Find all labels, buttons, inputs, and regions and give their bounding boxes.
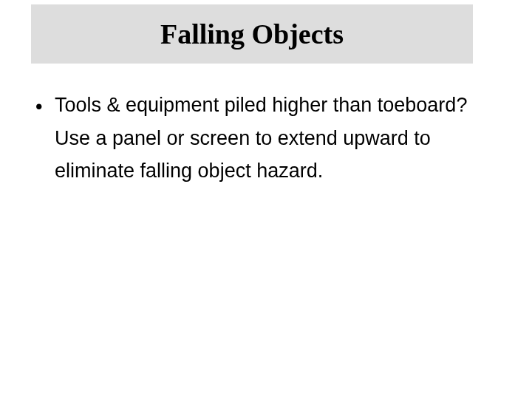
title-bar: Falling Objects — [31, 4, 473, 64]
bullet-icon: • — [35, 89, 55, 123]
bullet-text: Tools & equipment piled higher than toeb… — [55, 89, 488, 188]
list-item: • Tools & equipment piled higher than to… — [35, 89, 488, 188]
slide-title: Falling Objects — [160, 18, 344, 50]
slide-body: • Tools & equipment piled higher than to… — [35, 89, 488, 188]
slide: Falling Objects • Tools & equipment pile… — [0, 0, 532, 399]
